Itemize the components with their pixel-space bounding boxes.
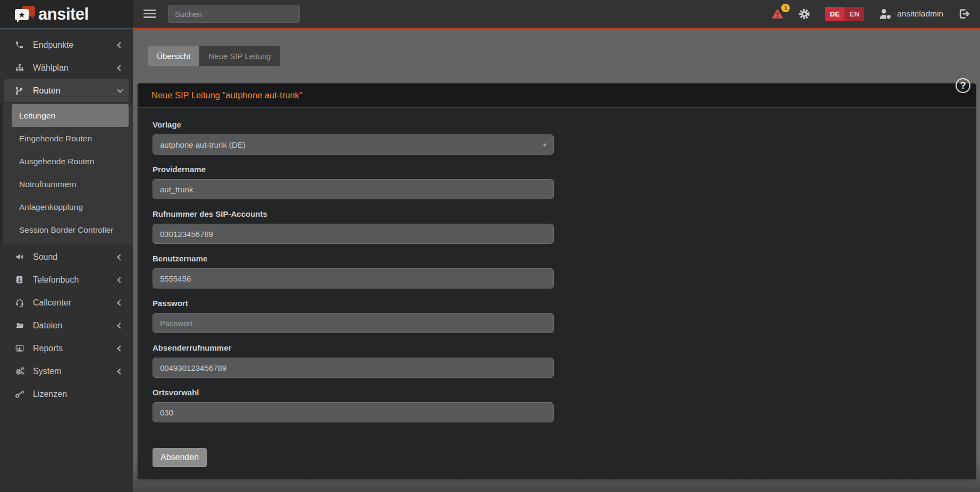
hamburger-menu-icon[interactable] xyxy=(143,9,156,19)
benutzername-label: Benutzername xyxy=(153,254,961,263)
phone-icon xyxy=(15,40,27,49)
language-de-button[interactable]: DE xyxy=(825,7,844,21)
chevron-left-icon xyxy=(117,254,123,260)
sidebar-item-label: Routen xyxy=(33,86,118,96)
sidebar-item-telefonbuch[interactable]: Telefonbuch xyxy=(0,268,133,291)
sidebar-item-endpunkte[interactable]: Endpunkte xyxy=(0,33,133,56)
chevron-down-icon xyxy=(117,87,123,92)
chevron-left-icon xyxy=(117,277,123,283)
submenu-item-label: Notrufnummern xyxy=(19,180,77,189)
passwort-input[interactable] xyxy=(153,313,554,333)
new-sip-trunk-panel: Neue SIP Leitung "autphone aut-trunk" Vo… xyxy=(138,83,976,479)
sidebar-item-label: Lizenzen xyxy=(33,389,122,399)
user-menu[interactable]: ansiteladmin xyxy=(878,7,943,20)
sidebar-item-lizenzen[interactable]: Lizenzen xyxy=(0,383,133,405)
sidebar-item-routen[interactable]: Routen xyxy=(4,79,129,102)
sidebar-item-label: Endpunkte xyxy=(33,40,118,50)
passwort-label: Passwort xyxy=(153,299,961,308)
ortsvorwahl-input[interactable] xyxy=(153,402,554,422)
chevron-left-icon xyxy=(117,323,123,328)
sidebar-item-label: Wählplan xyxy=(33,63,118,73)
chevron-left-icon xyxy=(117,42,123,48)
submenu-item-leitungen[interactable]: Leitungen xyxy=(12,104,129,127)
sidebar-item-label: Dateien xyxy=(33,321,118,330)
providername-input[interactable] xyxy=(153,179,554,199)
ortsvorwahl-label: Ortsvorwahl xyxy=(153,388,961,397)
gear-icon xyxy=(798,8,810,20)
key-icon xyxy=(15,389,27,399)
ansitel-logo: ★ ansitel xyxy=(14,5,89,24)
settings-button[interactable] xyxy=(798,8,810,20)
select-caret-icon: ▾ xyxy=(543,141,546,149)
submenu-item-label: Ausgehende Routen xyxy=(19,157,94,166)
sip-trunk-form: Vorlage autphone aut-trunk (DE) ▾ Provid… xyxy=(138,108,976,479)
sidebar-item-sound[interactable]: Sound xyxy=(0,245,133,268)
folder-open-icon xyxy=(15,321,27,330)
alerts-button[interactable]: 1 xyxy=(771,7,784,20)
submenu-item-eingehende-routen[interactable]: Eingehende Routen xyxy=(3,127,133,150)
speech-bubble-star-icon: ★ xyxy=(14,5,37,24)
submenu-item-label: Session Border Controller xyxy=(19,225,113,235)
absenderrufnummer-input[interactable] xyxy=(153,358,554,378)
vorlage-select[interactable]: autphone aut-trunk (DE) ▾ xyxy=(153,134,554,155)
panel-title: Neue SIP Leitung "autphone aut-trunk" xyxy=(138,83,976,108)
language-en-button[interactable]: EN xyxy=(844,7,864,21)
rufnummer-input[interactable] xyxy=(153,224,554,244)
sidebar-nav: Endpunkte Wählplan xyxy=(0,29,133,492)
sidebar-item-dateien[interactable]: Dateien xyxy=(0,314,133,337)
route-branch-icon xyxy=(15,86,27,96)
brand-name: ansitel xyxy=(38,6,89,22)
chevron-left-icon xyxy=(117,65,123,71)
submenu-item-label: Leitungen xyxy=(19,111,55,121)
volume-icon xyxy=(15,252,27,261)
sidebar-item-label: Telefonbuch xyxy=(33,275,118,285)
address-book-icon xyxy=(15,275,27,284)
benutzername-input[interactable] xyxy=(153,268,554,289)
sidebar-item-label: System xyxy=(33,367,118,376)
absenden-button[interactable]: Absenden xyxy=(153,448,207,467)
headset-icon xyxy=(15,298,27,308)
search-input[interactable] xyxy=(168,5,300,23)
help-icon[interactable]: ? xyxy=(956,78,970,93)
brand-area: ★ ansitel xyxy=(0,0,133,29)
user-shield-icon xyxy=(878,7,892,20)
topbar-main: 1 DE EN ansiteladmin xyxy=(133,0,980,29)
vorlage-label: Vorlage xyxy=(153,120,961,129)
sidebar-item-waehlplan[interactable]: Wählplan xyxy=(0,56,133,79)
app-window: ★ ansitel 1 xyxy=(0,0,980,492)
alert-count-badge: 1 xyxy=(781,4,790,12)
sidebar-item-system[interactable]: System xyxy=(0,360,133,383)
tab-bar: Übersicht Neue SIP Leitung xyxy=(148,46,980,66)
bar-chart-icon xyxy=(15,344,27,353)
sidebar-item-callcenter[interactable]: Callcenter xyxy=(0,291,133,314)
routen-submenu: Leitungen Eingehende Routen Ausgehende R… xyxy=(0,103,133,244)
sidebar-item-reports[interactable]: Reports xyxy=(0,337,133,360)
topbar: ★ ansitel 1 xyxy=(0,0,980,29)
sidebar-item-label: Reports xyxy=(33,344,118,353)
username-label: ansiteladmin xyxy=(897,9,943,19)
submenu-item-ausgehende-routen[interactable]: Ausgehende Routen xyxy=(3,150,133,173)
sidebar-item-label: Sound xyxy=(33,252,118,262)
absenderrufnummer-label: Absenderrufnummer xyxy=(153,343,961,352)
tab-neue-sip-leitung[interactable]: Neue SIP Leitung xyxy=(199,46,280,66)
sidebar-item-label: Callcenter xyxy=(33,298,118,308)
rufnummer-label: Rufnummer des SIP-Accounts xyxy=(153,209,961,218)
chevron-left-icon xyxy=(117,368,123,374)
content-area: Übersicht Neue SIP Leitung ? Neue SIP Le… xyxy=(133,29,980,492)
submenu-item-session-border-controller[interactable]: Session Border Controller xyxy=(3,218,133,241)
chevron-left-icon xyxy=(117,345,123,351)
vorlage-selected-value: autphone aut-trunk (DE) xyxy=(160,140,246,149)
submenu-item-label: Eingehende Routen xyxy=(19,134,92,143)
logout-button[interactable] xyxy=(958,7,970,20)
sitemap-icon xyxy=(15,63,27,72)
sign-out-icon xyxy=(958,7,970,20)
submenu-item-anlagenkopplung[interactable]: Anlagenkopplung xyxy=(3,196,133,218)
cogs-icon xyxy=(15,366,27,376)
providername-label: Providername xyxy=(153,165,961,174)
submenu-item-label: Anlagenkopplung xyxy=(19,202,83,212)
submenu-item-notrufnummern[interactable]: Notrufnummern xyxy=(3,173,133,196)
chevron-left-icon xyxy=(117,300,123,306)
language-switch: DE EN xyxy=(825,7,864,21)
tab-uebersicht[interactable]: Übersicht xyxy=(148,46,199,66)
